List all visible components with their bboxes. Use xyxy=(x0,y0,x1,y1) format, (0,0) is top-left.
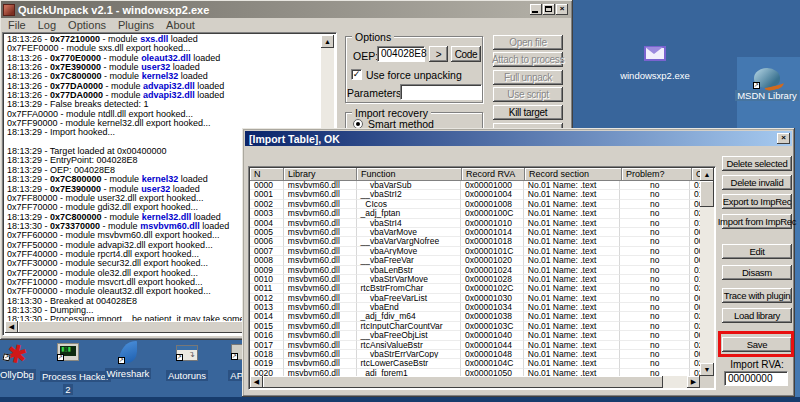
parameters-label: Parameters: xyxy=(347,87,404,99)
use-script-button[interactable]: Use script xyxy=(493,87,563,102)
desktop-icon-wireshark[interactable]: ↗ Wireshark xyxy=(100,341,156,379)
table-row[interactable]: 0008msvbvm60.dll__vbaFreeVar0x00001020No… xyxy=(250,256,702,265)
maximize-button[interactable] xyxy=(543,4,555,15)
table-cell: msvbvm60.dll xyxy=(284,284,357,293)
scrollbar-thumb[interactable] xyxy=(18,321,248,333)
menu-bar: File Log Options Plugins About xyxy=(2,18,570,31)
load-library-button[interactable]: Load library xyxy=(722,308,792,323)
code-button[interactable]: Code xyxy=(451,46,481,62)
import-rva-input[interactable]: 00000000 xyxy=(724,371,788,386)
autoruns-icon: ↴↗ xyxy=(176,345,198,361)
table-cell: 0018 xyxy=(250,350,284,359)
kill-target-button[interactable]: Kill target xyxy=(493,105,563,120)
shortcut-arrow-icon: ↗ xyxy=(57,354,64,361)
close-icon[interactable]: × xyxy=(777,133,790,144)
table-row[interactable]: 0004msvbvm60.dll__vbaStrI40x00001010No.0… xyxy=(250,219,702,228)
menu-options[interactable]: Options xyxy=(68,19,106,31)
column-header-problem[interactable]: Problem? xyxy=(622,168,692,181)
scrollbar-thumb[interactable] xyxy=(263,376,663,388)
full-unpack-button[interactable]: Full unpack xyxy=(493,70,563,85)
desktop-icon-label: OllyDbg xyxy=(0,369,36,380)
desktop-icon-process-hacker[interactable]: ▮▯▮↗ Process Hacker 2 xyxy=(40,343,96,395)
column-header-record-section[interactable]: Record section xyxy=(525,168,622,181)
import-from-imprec-button[interactable]: Import from ImpRec xyxy=(722,214,792,229)
open-file-button[interactable]: Open file xyxy=(493,35,563,50)
table-row[interactable]: 0001msvbvm60.dll__vbaStrI20x00001004No.0… xyxy=(250,190,702,199)
table-cell: 0019 xyxy=(250,359,284,368)
close-icon[interactable]: × xyxy=(556,4,568,15)
column-header-function[interactable]: Function xyxy=(357,168,462,181)
desktop-icon-autoruns[interactable]: ↴↗ Autoruns xyxy=(159,345,215,381)
parameters-input[interactable] xyxy=(400,84,482,100)
menu-plugins[interactable]: Plugins xyxy=(118,19,154,31)
table-row[interactable]: 0009msvbvm60.dll__vbaLenBstr0x00001024No… xyxy=(250,266,702,275)
force-unpacking-label: Use force unpacking xyxy=(366,69,462,81)
delete-selected-button[interactable]: Delete selected xyxy=(722,156,792,171)
table-vertical-scrollbar[interactable]: ▲ ▼ xyxy=(700,168,714,376)
scroll-right-icon[interactable]: ▶ xyxy=(687,376,700,388)
scrollbar-thumb[interactable] xyxy=(700,181,714,207)
table-cell: 0001 xyxy=(250,190,284,199)
desktop-icon-ollydbg[interactable]: ✱↗ OllyDbg xyxy=(0,341,45,380)
table-row[interactable]: 0006msvbvm60.dll__vbaVarVargNofree0x0000… xyxy=(250,237,702,246)
table-cell: msvbvm60.dll xyxy=(284,219,357,228)
table-row[interactable]: 0019msvbvm60.dllrtcLowerCaseBstr0x000010… xyxy=(250,359,702,368)
table-row[interactable]: 0018msvbvm60.dll__vbaStrErrVarCopy0x0000… xyxy=(250,350,702,359)
column-header-n[interactable]: N xyxy=(250,168,284,181)
table-row[interactable]: 0011msvbvm60.dllrtcBstrFromChar0x0000102… xyxy=(250,284,702,293)
table-cell: no xyxy=(620,350,690,359)
oep-arrow-button[interactable]: > xyxy=(429,46,448,62)
column-header-library[interactable]: Library xyxy=(284,168,357,181)
scroll-up-icon[interactable]: ▲ xyxy=(700,168,714,181)
table-cell: __vbaLenBstr xyxy=(357,266,462,275)
table-cell: no xyxy=(620,275,690,284)
force-unpacking-checkbox[interactable]: ✓ xyxy=(351,69,362,80)
edit-button[interactable]: Edit xyxy=(722,244,792,259)
table-row[interactable]: 0002msvbvm60.dll_CIcos0x00001008No.01 Na… xyxy=(250,200,702,209)
table-row[interactable]: 0007msvbvm60.dll__vbaAryMove0x0000101CNo… xyxy=(250,247,702,256)
window-title-bar[interactable]: QuickUnpack v2.1 - windowsxp2.exe × xyxy=(1,1,571,18)
table-cell: 0x00001028 xyxy=(461,275,524,284)
table-row[interactable]: 0012msvbvm60.dll__vbaFreeVarList0x000010… xyxy=(250,294,702,303)
table-row[interactable]: 0000msvbvm60.dll__vbaVarSub0x00001000No.… xyxy=(250,181,702,190)
scroll-left-icon[interactable]: ◀ xyxy=(250,376,263,388)
table-cell: No.01 Name: .text xyxy=(524,284,621,293)
table-cell: __vbaFreeObjList xyxy=(357,331,462,340)
dialog-title-bar[interactable]: [Import Table], OK × xyxy=(245,131,792,146)
minimize-button[interactable] xyxy=(530,4,542,15)
delete-invalid-button[interactable]: Delete invalid xyxy=(722,175,792,190)
trace-with-plugin-button[interactable]: Trace with plugin xyxy=(722,288,792,303)
table-row[interactable]: 0017msvbvm60.dllrtcAnsiValueBstr0x000010… xyxy=(250,341,702,350)
export-to-imprec-button[interactable]: Export to ImpRec xyxy=(722,194,792,209)
table-row[interactable]: 0010msvbvm60.dll__vbaStrVarMove0x0000102… xyxy=(250,275,702,284)
table-horizontal-scrollbar[interactable]: ◀ ▶ xyxy=(250,376,700,388)
scroll-left-icon[interactable]: ◀ xyxy=(5,321,18,333)
column-header-record-rva[interactable]: Record RVA xyxy=(462,168,525,181)
oep-input[interactable]: 004028E8 xyxy=(377,46,425,62)
desktop-icon-windowsxp2[interactable]: windowsxp2.exe xyxy=(610,46,700,81)
msdn-disc-icon: ↗ xyxy=(754,68,780,88)
disasm-button[interactable]: Disasm xyxy=(722,265,792,280)
scroll-up-icon[interactable]: ▲ xyxy=(321,35,334,48)
table-row[interactable]: 0003msvbvm60.dll_adj_fptan0x0000100CNo.0… xyxy=(250,209,702,218)
scroll-down-icon[interactable]: ▼ xyxy=(700,363,714,376)
menu-log[interactable]: Log xyxy=(38,19,56,31)
table-cell: 0009 xyxy=(250,266,284,275)
table-row[interactable]: 0013msvbvm60.dll__vbaEnd0x00001034No.01 … xyxy=(250,303,702,312)
table-row[interactable]: 0005msvbvm60.dll__vbaVarMove0x00001014No… xyxy=(250,228,702,237)
table-cell: no xyxy=(620,312,690,321)
envelope-icon xyxy=(644,46,666,61)
table-cell: No.01 Name: .text xyxy=(524,303,621,312)
table-cell: 0x00001024 xyxy=(461,266,524,275)
desktop-icon-msdn-library[interactable]: ↗ MSDN Library xyxy=(734,68,800,101)
menu-about[interactable]: About xyxy=(166,19,195,31)
table-row[interactable]: 0015msvbvm60.dllrtcInputCharCountVar0x00… xyxy=(250,322,702,331)
menu-file[interactable]: File xyxy=(8,19,26,31)
attach-to-process-button[interactable]: Attach to process xyxy=(493,52,563,67)
table-row[interactable]: 0014msvbvm60.dll_adj_fdiv_m640x00001038N… xyxy=(250,312,702,321)
desktop-icon-label: MSDN Library xyxy=(735,90,799,101)
table-cell: rtcBstrFromChar xyxy=(357,284,462,293)
table-cell: 0011 xyxy=(250,284,284,293)
table-row[interactable]: 0016msvbvm60.dll__vbaFreeObjList0x000010… xyxy=(250,331,702,340)
table-cell: msvbvm60.dll xyxy=(284,294,357,303)
